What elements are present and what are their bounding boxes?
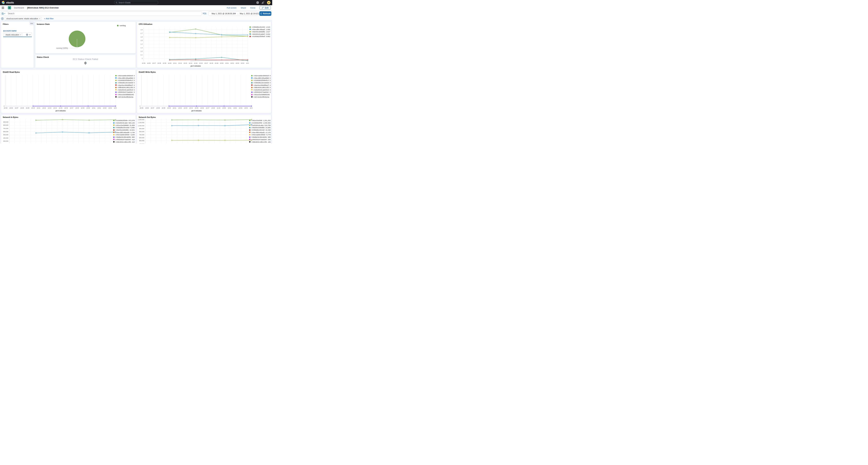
legend-item[interactable]: i-01065823f30b4fc210.963 [249, 35, 270, 38]
newsfeed-icon[interactable] [261, 1, 265, 4]
date-from[interactable]: May 1, 2021 @ 18:36:55.384 [212, 12, 236, 14]
status-check-message: EC2 Status Check Failed [35, 58, 136, 60]
pie-legend-item[interactable]: running [117, 25, 126, 27]
breadcrumb-dashboard[interactable]: Dashboard [14, 7, 24, 9]
account-name-combobox[interactable]: elastic-education × × [3, 32, 32, 37]
date-range-picker[interactable]: May 1, 2021 @ 18:36:55.384 → May 1, 2021… [208, 11, 258, 16]
legend-item[interactable]: i-091e23e369b893463 [251, 93, 271, 96]
diskio-write-chart[interactable]: 18:3518:3618:3718:3818:3918:4018:4118:42… [137, 74, 253, 113]
global-search-box[interactable] [114, 1, 158, 4]
legend-item[interactable]: i-0f4f2052073a92947208 [249, 138, 271, 141]
legend-item[interactable]: i-00ecdbfc465ad98df0 [251, 77, 271, 79]
filter-list-icon[interactable] [1, 18, 4, 20]
clone-link[interactable]: Clone [250, 7, 255, 9]
legend-item[interactable]: i-091e23e369b89346331,659 [113, 124, 135, 126]
panel-options-icon[interactable] [30, 22, 34, 25]
legend-item[interactable]: i-091e23e369b893463 [115, 93, 135, 96]
legend-item[interactable]: i-06e00e1b96dfda3f710,921 [113, 129, 135, 131]
cpu-utilization-chart[interactable]: 18:3518:3618:3718:3818:3918:4018:4118:42… [137, 26, 249, 68]
svg-text:18:48: 18:48 [75, 107, 79, 109]
legend-item[interactable]: i-08b4604c18b1c0f34210 [113, 141, 135, 143]
network-in-chart[interactable]: 18:3518:3618:3718:3818:3918:4018:4118:42… [1, 119, 117, 144]
legend-item[interactable]: i-06e00e1b96dfda3f70 [251, 84, 271, 86]
legend-item[interactable]: i-0bdbdc9c88cde9518880 [113, 136, 135, 138]
saved-query-menu[interactable] [1, 11, 6, 16]
filter-pill[interactable]: cloud.account.name: elastic-education × [5, 17, 42, 20]
edit-button[interactable]: Edit [259, 6, 271, 10]
legend-item[interactable]: i-0f4f2052073a929470 [251, 91, 271, 93]
help-icon[interactable] [256, 1, 259, 4]
share-link[interactable]: Share [241, 7, 246, 9]
hamburger-menu-icon[interactable] [0, 5, 6, 10]
legend-item[interactable]: i-01065823f30b4fc210 [115, 79, 135, 82]
legend-item[interactable]: i-002cea6dcd35502f70 [251, 74, 271, 77]
legend-label: i-097c8cfe20f546c0a [253, 96, 269, 98]
legend-item[interactable]: i-06e00e1b96dfda3f724,685 [249, 126, 271, 129]
svg-text:1.2: 1.2 [141, 51, 143, 52]
legend-item[interactable]: i-0358d8e1fe4cb56890 [251, 82, 271, 84]
legend-item[interactable]: i-0e5283c5ca6ef3c8c0.934 [249, 33, 270, 35]
pie-chart[interactable] [69, 31, 85, 47]
selected-option-pill[interactable]: elastic-education × [4, 33, 22, 36]
legend-item[interactable]: i-097c8cfe20f546c0a [251, 96, 271, 98]
legend-item[interactable]: i-00ecdbfc465ad98df6,736 [113, 131, 135, 133]
legend-value: 1,030,384 [263, 122, 271, 124]
legend-item[interactable]: i-091e23e369b893...1,201,252 [249, 119, 271, 122]
legend-item[interactable]: i-002cea6dcd35502f73,236 [113, 133, 135, 136]
remove-filter-icon[interactable]: × [39, 18, 40, 20]
legend-item[interactable]: i-06e00e1b96dfda3f71.617 [249, 31, 270, 33]
legend-item[interactable]: i-002cea6dcd35502f78,779 [249, 133, 271, 136]
legend-dot [113, 120, 115, 121]
remove-option-icon[interactable]: × [20, 34, 21, 36]
legend-item[interactable]: i-0e5283c5ca6ef3c8c0 [251, 89, 271, 91]
legend-label: i-01065823f30b4fc21 [253, 79, 269, 81]
legend-item[interactable]: i-0358d8e1fe4cb56890 [115, 82, 135, 84]
legend-item[interactable]: i-0358d8e1fe4cb568922,498 [249, 129, 271, 131]
legend-item[interactable]: i-06e00e1b96dfda3f70 [115, 84, 135, 86]
legend-item[interactable]: i-00ecdbfc465ad98df12,176 [249, 131, 271, 133]
svg-text:18:46: 18:46 [200, 107, 204, 109]
legend-item[interactable]: i-0f4f2052073a92947410 [113, 138, 135, 141]
legend-item[interactable]: i-08b4604c18b1c0f340 [115, 86, 135, 89]
legend-value: 0 [134, 75, 135, 76]
legend-label: i-097c8cfe20f546c0a [118, 96, 133, 98]
legend-item[interactable]: i-01065823f30b4fc210 [251, 79, 271, 82]
legend-item[interactable]: i-0f4f2052073a929470 [115, 91, 135, 93]
legend-item[interactable]: i-0358d8e1fe4cb56898,396 [113, 126, 135, 129]
legend-value: 210 [132, 141, 135, 143]
svg-text:18:39: 18:39 [163, 63, 166, 64]
legend-item[interactable]: i-01065823f30b4fc21972,078 [113, 119, 135, 122]
legend-item[interactable]: i-0358d8e1fe4cb56891.615 [249, 26, 270, 28]
legend-item[interactable]: i-0e5283c5ca6ef3c8c584,135 [113, 122, 135, 124]
legend-item[interactable]: i-08b4604c18b1c0f340 [251, 86, 271, 89]
add-filter-link[interactable]: + Add filter [44, 18, 54, 20]
legend-item[interactable]: i-0e5283c5ca6ef3c8c0 [115, 89, 135, 91]
global-search-input[interactable] [119, 2, 157, 4]
query-search-input[interactable] [8, 12, 200, 15]
clear-selection-icon[interactable]: × [26, 34, 28, 36]
network-out-chart[interactable]: 18:3518:3618:3718:3818:3918:4018:4118:42… [137, 119, 253, 144]
kql-toggle[interactable]: KQL [203, 12, 207, 14]
legend-item[interactable]: i-00ecdbfc465ad98df1.656 [249, 28, 270, 31]
legend-item[interactable]: i-0bdbdc9c88cde9518589 [249, 136, 271, 138]
diskio-read-chart[interactable]: 18:3518:3618:3718:3818:3918:4018:4118:42… [1, 74, 117, 113]
legend-item[interactable]: i-08b4604c18b1c0f34196 [249, 141, 271, 143]
full-screen-link[interactable]: Full screen [227, 7, 237, 9]
svg-text:1.8: 1.8 [141, 29, 143, 31]
space-badge[interactable]: D [8, 6, 11, 9]
legend-value: 0 [134, 87, 135, 88]
svg-text:18:41: 18:41 [173, 63, 177, 64]
svg-text:500,000: 500,000 [139, 140, 144, 142]
legend-item[interactable]: i-097c8cfe20f546c0a [115, 96, 135, 98]
legend-item[interactable]: i-01065823f30b4fc...1,030,384 [249, 122, 271, 124]
chevron-down-icon[interactable] [29, 34, 31, 35]
refresh-button[interactable]: Refresh [259, 11, 271, 16]
svg-text:800,000: 800,000 [3, 124, 8, 126]
legend-dot [115, 92, 117, 93]
elastic-logo[interactable]: elastic [0, 1, 14, 4]
legend-item[interactable]: i-0e5283c5ca6ef3c8c518,769 [249, 124, 271, 126]
legend-item[interactable]: i-002cea6dcd35502f70 [115, 74, 135, 77]
legend-item[interactable]: i-00ecdbfc465ad98df0 [115, 77, 135, 79]
user-avatar[interactable]: m [267, 1, 271, 4]
legend-value: 196 [268, 141, 271, 143]
